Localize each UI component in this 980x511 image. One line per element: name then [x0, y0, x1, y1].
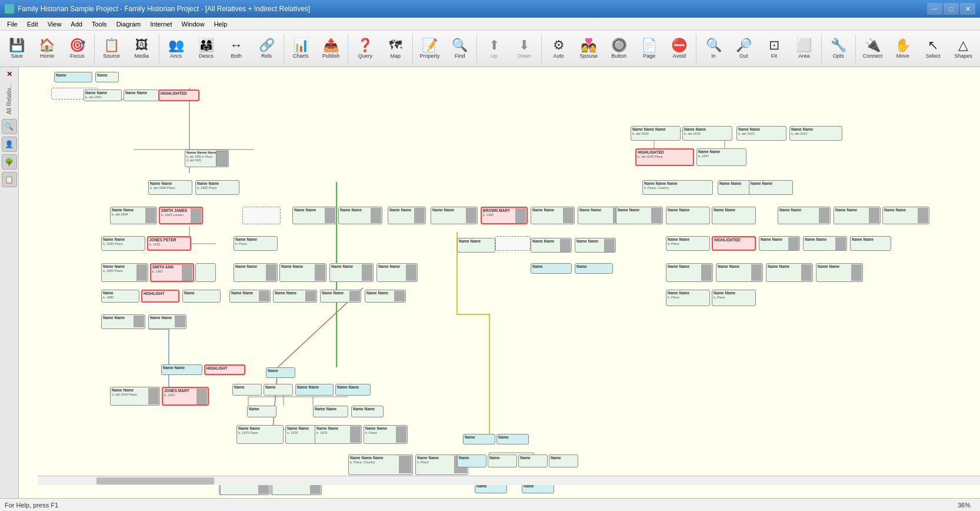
sidebar-close[interactable]: ✕ — [5, 69, 14, 79]
node-t2[interactable]: Name Nameb. 1882 Place — [195, 180, 239, 195]
menu-file[interactable]: File — [2, 19, 22, 29]
node-brc4[interactable]: Name — [549, 454, 578, 467]
node-r3-3[interactable]: Name Name — [531, 238, 572, 253]
node-trr2[interactable]: Name Nameb. 1847 — [696, 148, 746, 166]
node-lc2[interactable]: Name Name — [313, 406, 348, 417]
node-row5-4[interactable]: Name Name — [229, 290, 271, 303]
rels-button[interactable]: 🔗Rels — [252, 32, 281, 65]
node-standalone-2[interactable]: Name — [575, 263, 613, 274]
menu-window[interactable]: Window — [177, 19, 209, 29]
menu-help[interactable]: Help — [209, 19, 232, 29]
query-button[interactable]: ❓Query — [351, 32, 379, 65]
node-rl2[interactable]: BROWN MARYb. 1902 — [481, 207, 528, 224]
node-row5-6[interactable]: Name Name — [320, 290, 361, 303]
node-l1[interactable]: Name Nameb. abt 1950 Place — [110, 387, 160, 406]
home-button[interactable]: 🏠Home — [32, 32, 61, 65]
node-r5-1[interactable]: Name Nameb. Place — [666, 290, 710, 306]
focus-button[interactable]: 🎯Focus — [63, 32, 92, 65]
move-button[interactable]: ✋Move — [888, 32, 917, 65]
spouse-button[interactable]: 💑Spouse — [574, 32, 603, 65]
node-r4-4[interactable]: Name Name — [816, 263, 863, 282]
node-low-1[interactable]: Name Name — [161, 364, 202, 375]
node-lp1[interactable]: Name Nameb. 1975 Place — [236, 425, 284, 444]
find-button[interactable]: 🔍Find — [445, 32, 474, 65]
node-br1[interactable]: Name — [463, 434, 495, 444]
node-rr1[interactable]: Name Name — [778, 207, 831, 224]
node-dash-m[interactable] — [242, 207, 281, 224]
node-lm2[interactable]: Name — [264, 384, 293, 396]
node-row5-7[interactable]: Name Name — [365, 290, 406, 303]
node-brc3[interactable]: Name — [518, 454, 548, 467]
node-r4-3[interactable]: Name Name — [766, 263, 813, 282]
node-r1-3[interactable]: Name Name — [388, 207, 426, 224]
node-tr1[interactable]: Name Name Nameb. abt 1820 — [631, 126, 681, 141]
node-row5-5[interactable]: Name Name — [273, 290, 317, 303]
node-trl1[interactable]: Name Name — [749, 180, 793, 195]
node-fr3[interactable]: Name Name — [712, 207, 756, 224]
node-highlight-1[interactable]: HIGHLIGHTED — [158, 89, 199, 101]
button-button[interactable]: 🔘Button — [605, 32, 634, 65]
node-lm3[interactable]: Name Name — [295, 384, 334, 396]
descs-button[interactable]: 👨‍👩‍👧Descs — [192, 32, 221, 65]
source-button[interactable]: 📋Source — [97, 32, 126, 65]
node-bs1[interactable]: Name Name Nameb. Place, Country — [348, 454, 413, 475]
menu-edit[interactable]: Edit — [22, 19, 43, 29]
node-t1[interactable]: Name Nameb. abt 1880 Place — [148, 180, 192, 195]
menu-tools[interactable]: Tools — [87, 19, 112, 29]
node-row4-3[interactable] — [195, 263, 216, 282]
node-row4-2[interactable]: SMITH ANNb. 1957 — [150, 263, 194, 282]
node-row4-1[interactable]: Name Nameb. 1955 Place — [101, 263, 148, 282]
menu-add[interactable]: Add — [66, 19, 87, 29]
node-m2[interactable]: SMITH JAMESb. 1905 London — [159, 207, 203, 224]
menu-view[interactable]: View — [43, 19, 66, 29]
page-button[interactable]: 📄Page — [635, 32, 664, 65]
node-r3-7[interactable]: Name Name — [759, 236, 800, 251]
minimize-button[interactable]: ─ — [927, 3, 942, 15]
node-rl1[interactable]: Name Name — [431, 207, 478, 224]
sidebar-tree[interactable]: 🌳 — [2, 154, 17, 170]
node-trr1[interactable]: HIGHLIGHTEDb. abt 1845 Place — [635, 148, 694, 166]
publish-button[interactable]: 📤Publish — [316, 32, 345, 65]
node-r3-2[interactable]: Name Name — [457, 238, 495, 253]
node-dash-r3[interactable] — [495, 236, 531, 251]
menu-internet[interactable]: Internet — [145, 19, 176, 29]
fit-button[interactable]: ⊡Fit — [759, 32, 788, 65]
node-4[interactable]: Name Name — [124, 89, 159, 101]
node-trr4[interactable]: Name Name Nameb. Place, Country — [642, 180, 713, 195]
node-lp3[interactable]: Name Nameb. 1978 — [315, 425, 362, 444]
close-button[interactable]: ✕ — [960, 3, 975, 15]
media-button[interactable]: 🖼Media — [127, 32, 156, 65]
menu-diagram[interactable]: Diagram — [112, 19, 146, 29]
node-2[interactable]: Name — [95, 72, 119, 82]
node-row3-1[interactable]: Name Nameb. 1930 Place — [101, 236, 145, 251]
node-fr2[interactable]: Name Name — [666, 207, 710, 224]
node-lm1[interactable]: Name — [232, 384, 262, 396]
node-row5-3[interactable]: Name — [182, 290, 221, 303]
node-r4-1[interactable]: Name Name — [666, 263, 713, 282]
node-r5-2[interactable]: Name Nameb. Place — [712, 290, 756, 306]
zoom-out-button[interactable]: 🔎Out — [729, 32, 758, 65]
zoom-in-button[interactable]: 🔍In — [699, 32, 728, 65]
sidebar-list[interactable]: 📋 — [2, 172, 17, 187]
connect-button[interactable]: 🔌Connect — [858, 32, 887, 65]
node-row4-7[interactable]: Name Name — [376, 263, 418, 282]
node-r3-4[interactable]: Name Name — [575, 238, 616, 253]
area-button[interactable]: ⬜Area — [789, 32, 818, 65]
horizontal-scrollbar[interactable] — [38, 476, 980, 485]
node-row6-2[interactable]: Name Name — [148, 314, 186, 329]
property-button[interactable]: 📝Property — [415, 32, 444, 65]
node-rr3[interactable]: Name Name — [882, 207, 929, 224]
opts-button[interactable]: 🔧Opts — [824, 32, 853, 65]
map-button[interactable]: 🗺Map — [381, 32, 410, 65]
ancs-button[interactable]: 👥Ancs — [161, 32, 190, 65]
node-tr3[interactable]: Name Nameb. abt 1822 — [736, 126, 786, 141]
sidebar-person[interactable]: 👤 — [2, 137, 17, 152]
charts-button[interactable]: 📊Charts — [286, 32, 315, 65]
node-row4-4[interactable]: Name Name — [234, 263, 278, 282]
node-row3-2[interactable]: JONES PETERb. 1932 — [147, 236, 191, 251]
node-r3-8[interactable]: Name Name — [803, 236, 847, 251]
node-lm4[interactable]: Name Name — [335, 384, 371, 396]
auto-button[interactable]: ⚙Auto — [544, 32, 573, 65]
node-standalone-1[interactable]: Name — [531, 263, 572, 274]
node-1[interactable]: Name — [54, 72, 92, 82]
